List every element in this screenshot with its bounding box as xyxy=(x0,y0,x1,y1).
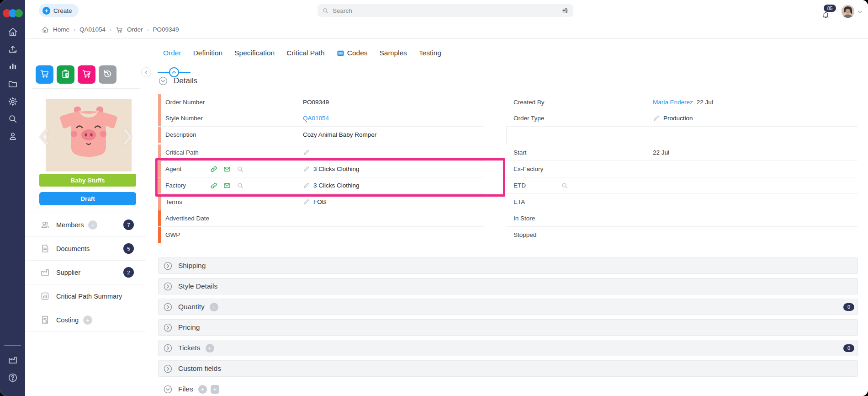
search-icon[interactable] xyxy=(561,182,568,189)
bell-icon[interactable] xyxy=(822,11,830,19)
filter-tune-icon[interactable] xyxy=(561,7,569,14)
breadcrumb-item-order[interactable]: Order xyxy=(127,26,143,33)
field-value: Maria Enderez22 Jul xyxy=(653,94,713,110)
rail-factory-icon[interactable] xyxy=(7,354,18,365)
field-value-link[interactable]: Maria Enderez xyxy=(653,99,693,106)
breadcrumb-item-po09349[interactable]: PO09349 xyxy=(153,26,179,33)
section-label: Pricing xyxy=(178,323,200,332)
section-pricing[interactable]: Pricing xyxy=(158,319,858,336)
chevron-right-circle-icon[interactable] xyxy=(163,282,173,291)
field-label: Factory xyxy=(165,177,186,193)
field-value-suffix: 22 Jul xyxy=(697,99,713,106)
section-files[interactable]: Files++ xyxy=(158,381,858,396)
field-value xyxy=(303,144,310,161)
tab-order[interactable]: Order xyxy=(163,49,181,57)
rail-home-icon[interactable] xyxy=(7,27,18,37)
app-logo[interactable] xyxy=(3,8,23,19)
section-custom-fields[interactable]: Custom fields xyxy=(158,360,858,377)
search-icon[interactable] xyxy=(237,166,244,173)
rail-bars-icon[interactable] xyxy=(7,61,18,72)
chevron-right-circle-icon[interactable] xyxy=(163,261,173,271)
people-icon xyxy=(40,220,50,230)
rail-gear-icon[interactable] xyxy=(7,96,18,107)
rail-folder-icon[interactable] xyxy=(7,79,18,89)
breadcrumb-item-home[interactable]: Home xyxy=(53,26,69,33)
field-row-start: Start22 Jul xyxy=(506,144,858,161)
add-button[interactable]: + xyxy=(198,385,207,394)
chevron-right-circle-icon[interactable] xyxy=(163,302,173,312)
edit-pencil-icon[interactable] xyxy=(653,115,660,122)
breadcrumb-item-qa01054[interactable]: QA01054 xyxy=(79,26,106,33)
field-row-eta: ETA xyxy=(506,194,858,210)
tab-specification[interactable]: Specification xyxy=(234,49,275,57)
tab-codes[interactable]: Codes xyxy=(337,49,368,57)
add-file-button[interactable]: + xyxy=(211,385,219,394)
chevron-right-circle-icon[interactable] xyxy=(163,343,173,353)
tab-codes-icon xyxy=(337,49,344,57)
tab-critical-path[interactable]: Critical Path xyxy=(286,49,325,57)
field-value: PO09349 xyxy=(303,94,329,110)
cancel-order-button[interactable] xyxy=(78,65,95,84)
edit-pencil-icon[interactable] xyxy=(303,149,310,156)
tab-samples[interactable]: Samples xyxy=(380,49,407,57)
mail-icon[interactable] xyxy=(223,182,231,189)
section-quantity[interactable]: Quantity+0 xyxy=(158,299,858,315)
field-row-agent: Agent3 Clicks Clothing xyxy=(158,161,484,177)
product-tag[interactable]: Baby Stuffs xyxy=(39,174,136,187)
field-label: In Store xyxy=(513,210,535,226)
add-button[interactable]: + xyxy=(206,344,214,353)
add-button[interactable]: + xyxy=(210,303,218,311)
link-icon[interactable] xyxy=(210,166,217,173)
add-button[interactable]: + xyxy=(88,220,97,230)
section-style-details[interactable]: Style Details xyxy=(158,278,858,294)
rail-person-icon[interactable] xyxy=(7,131,18,141)
tab-label: Critical Path xyxy=(286,49,325,57)
copy-order-button[interactable] xyxy=(57,65,74,84)
edit-pencil-icon[interactable] xyxy=(303,198,310,205)
chevron-down-circle-icon[interactable] xyxy=(158,76,168,86)
sidebar-item-costing[interactable]: Costing+ xyxy=(25,308,146,332)
sidebar-item-supplier[interactable]: Supplier2 xyxy=(25,261,146,284)
tab-definition[interactable]: Definition xyxy=(193,49,223,57)
rail-upload-icon[interactable] xyxy=(7,44,18,54)
search-icon xyxy=(322,7,329,14)
tab-testing[interactable]: Testing xyxy=(419,49,441,57)
section-shipping[interactable]: Shipping xyxy=(158,257,858,274)
avatar[interactable] xyxy=(842,5,854,18)
sidebar-item-members[interactable]: Members+7 xyxy=(25,213,146,237)
sidebar-item-documents[interactable]: Documents5 xyxy=(25,237,146,261)
order-cart-button[interactable] xyxy=(36,65,53,84)
sidebar-item-label: Documents xyxy=(56,245,90,252)
count-badge: 0 xyxy=(843,303,854,311)
status-badge[interactable]: Draft xyxy=(39,192,136,205)
rail-help-icon[interactable] xyxy=(7,372,18,383)
search-placeholder: Search xyxy=(333,7,561,14)
history-button[interactable] xyxy=(99,65,116,84)
rail-search-icon[interactable] xyxy=(7,113,18,124)
link-icon[interactable] xyxy=(210,182,217,189)
edit-pencil-icon[interactable] xyxy=(303,182,310,189)
sidebar-item-critical-path-summary[interactable]: Critical Path Summary xyxy=(25,284,146,308)
field-value-link[interactable]: QA01054 xyxy=(303,115,329,122)
search-input[interactable]: Search xyxy=(318,4,573,17)
count-badge: 5 xyxy=(123,243,134,254)
field-label: Stopped xyxy=(513,227,536,243)
chevron-down-icon[interactable] xyxy=(857,8,863,14)
carousel-next-button[interactable] xyxy=(122,128,134,145)
edit-pencil-icon[interactable] xyxy=(303,166,310,172)
field-row-style-number: Style NumberQA01054 xyxy=(158,110,484,127)
carousel-prev-button[interactable] xyxy=(38,128,50,145)
panel-collapse-button[interactable] xyxy=(141,67,151,77)
field-row-critical-path: Critical Path xyxy=(158,144,484,161)
create-button[interactable]: + Create xyxy=(39,4,79,17)
field-row-created-by: Created ByMaria Enderez22 Jul xyxy=(506,94,858,110)
section-tickets[interactable]: Tickets+0 xyxy=(158,340,858,356)
chevron-right-circle-icon[interactable] xyxy=(163,323,173,332)
chevron-right-circle-icon[interactable] xyxy=(163,364,173,374)
chevron-down-circle-icon[interactable] xyxy=(163,385,173,394)
mail-icon[interactable] xyxy=(223,166,231,173)
add-button[interactable]: + xyxy=(83,316,92,325)
search-icon[interactable] xyxy=(237,182,244,189)
row-accent-bar xyxy=(158,127,161,143)
details-section-header: Details xyxy=(158,76,197,86)
